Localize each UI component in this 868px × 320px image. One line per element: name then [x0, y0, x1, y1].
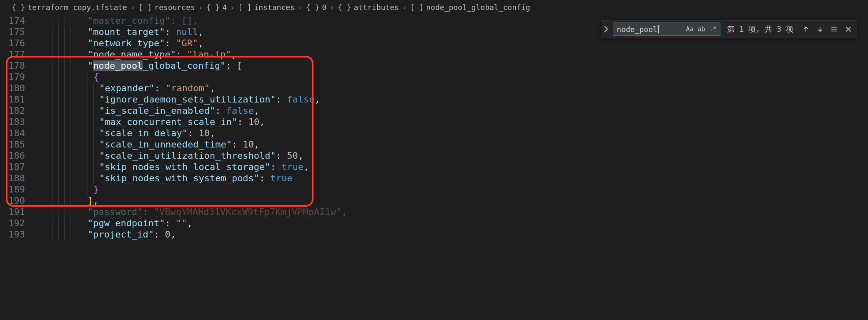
- code-line[interactable]: "network_type": "GR",: [47, 38, 868, 49]
- line-number: 190: [0, 195, 25, 206]
- line-number: 193: [0, 229, 25, 240]
- line-number: 179: [0, 71, 25, 82]
- line-number: 178: [0, 60, 25, 71]
- breadcrumb-label: instances: [254, 3, 295, 12]
- line-number: 192: [0, 218, 25, 229]
- breadcrumb-segment[interactable]: { }4: [206, 3, 227, 12]
- breadcrumb-separator-icon: ›: [130, 3, 135, 12]
- line-number: 189: [0, 184, 25, 195]
- code-line[interactable]: "pgw_endpoint": "",: [47, 218, 868, 229]
- code-line[interactable]: "skip_nodes_with_local_storage": true,: [47, 161, 868, 172]
- line-number: 176: [0, 38, 25, 49]
- line-number: 188: [0, 172, 25, 184]
- whole-word-toggle[interactable]: ab: [696, 24, 707, 34]
- code-line[interactable]: "password": "VBwqYMAHd31VKcxW9tFp7KmjVPM…: [47, 206, 868, 218]
- code-line[interactable]: "ignore_daemon_sets_utilization": false,: [47, 94, 868, 105]
- prev-match-icon[interactable]: [800, 23, 812, 35]
- line-number: 187: [0, 161, 25, 172]
- breadcrumb-label: node_pool_global_config: [426, 3, 530, 12]
- breadcrumb-segment[interactable]: { }attributes: [338, 3, 399, 12]
- breadcrumb-separator-icon: ›: [298, 3, 303, 12]
- code-line[interactable]: "skip_nodes_with_system_pods": true: [47, 172, 868, 184]
- breadcrumb-segment[interactable]: [ ]resources: [138, 3, 195, 12]
- find-input[interactable]: node_pool Aa ab .*: [613, 22, 720, 36]
- breadcrumb-separator-icon: ›: [402, 3, 407, 12]
- find-status: 第 1 项, 共 3 项: [727, 24, 793, 34]
- breadcrumb-type-icon: [ ]: [410, 3, 424, 12]
- code-content[interactable]: "master_config": [],"mount_target": null…: [34, 15, 868, 240]
- code-line[interactable]: ],: [47, 195, 868, 206]
- breadcrumb-type-icon: { }: [12, 3, 25, 12]
- code-line[interactable]: "max_concurrent_scale_in": 10,: [47, 116, 868, 128]
- breadcrumb-separator-icon: ›: [198, 3, 203, 12]
- code-line[interactable]: "scale_in_delay": 10,: [47, 128, 868, 139]
- line-number: 185: [0, 139, 25, 150]
- line-number: 182: [0, 105, 25, 116]
- code-line[interactable]: {: [47, 71, 868, 82]
- breadcrumb-label: 0: [322, 3, 326, 12]
- line-number: 181: [0, 94, 25, 105]
- line-number: 175: [0, 26, 25, 38]
- breadcrumb-label: resources: [154, 3, 195, 12]
- breadcrumb-segment[interactable]: { }0: [306, 3, 326, 12]
- breadcrumb-separator-icon: ›: [230, 3, 235, 12]
- code-line[interactable]: "is_scale_in_enabled": false,: [47, 105, 868, 116]
- breadcrumb-type-icon: [ ]: [238, 3, 252, 12]
- find-in-selection-icon[interactable]: [828, 23, 840, 35]
- expand-replace-icon[interactable]: [601, 20, 610, 38]
- regex-toggle[interactable]: .*: [707, 24, 718, 34]
- line-number: 177: [0, 49, 25, 60]
- line-number: 183: [0, 116, 25, 128]
- breadcrumb-label: 4: [222, 3, 227, 12]
- gutter: 1741751761771781791801811821831841851861…: [0, 15, 34, 240]
- breadcrumb-label: attributes: [354, 3, 399, 12]
- breadcrumb-segment[interactable]: { }terraform copy.tfstate: [12, 3, 127, 12]
- breadcrumb-type-icon: [ ]: [138, 3, 152, 12]
- code-line[interactable]: "node_name_type": "lan-ip",: [47, 49, 868, 60]
- code-line[interactable]: }: [47, 184, 868, 195]
- code-editor[interactable]: 1741751761771781791801811821831841851861…: [0, 15, 868, 240]
- code-line[interactable]: "scale_in_unneeded_time": 10,: [47, 139, 868, 150]
- code-line[interactable]: "project_id": 0,: [47, 229, 868, 240]
- line-number: 186: [0, 150, 25, 161]
- code-line[interactable]: "expander": "random",: [47, 82, 868, 94]
- line-number: 184: [0, 128, 25, 139]
- line-number: 180: [0, 82, 25, 94]
- breadcrumb-label: terraform copy.tfstate: [28, 3, 127, 12]
- find-input-value: node_pool: [617, 25, 657, 34]
- breadcrumb-segment[interactable]: [ ]instances: [238, 3, 295, 12]
- next-match-icon[interactable]: [814, 23, 826, 35]
- find-widget: node_pool Aa ab .* 第 1 项, 共 3 项: [601, 20, 857, 38]
- breadcrumb-type-icon: { }: [306, 3, 320, 12]
- match-case-toggle[interactable]: Aa: [684, 24, 695, 34]
- close-find-icon[interactable]: [843, 23, 854, 35]
- breadcrumb-type-icon: { }: [338, 3, 351, 12]
- breadcrumb-type-icon: { }: [206, 3, 220, 12]
- code-line[interactable]: "scale_in_utilization_threshold": 50,: [47, 150, 868, 161]
- breadcrumb: { }terraform copy.tfstate›[ ]resources›{…: [0, 0, 868, 15]
- line-number: 174: [0, 15, 25, 26]
- breadcrumb-segment[interactable]: [ ]node_pool_global_config: [410, 3, 530, 12]
- breadcrumb-separator-icon: ›: [330, 3, 334, 12]
- line-number: 191: [0, 206, 25, 218]
- code-line[interactable]: "node_pool_global_config": [: [47, 60, 868, 71]
